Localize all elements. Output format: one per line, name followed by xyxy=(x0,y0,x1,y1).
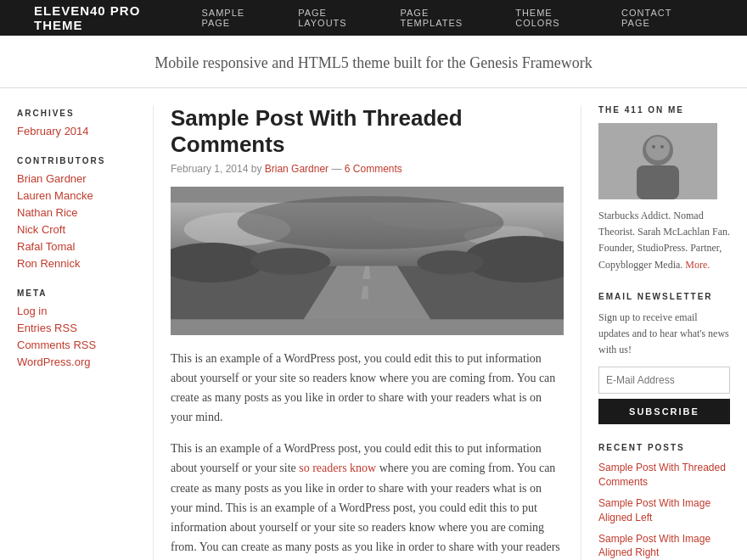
meta-entries-rss[interactable]: Entries RSS xyxy=(17,322,136,334)
nav-page-templates[interactable]: PAGE TEMPLATES xyxy=(388,8,503,28)
email-section: EMAIL NEWSLETTER Sign up to receive emai… xyxy=(598,292,730,425)
nav-contact-page[interactable]: CONTACT PAGE xyxy=(609,8,713,28)
post-meta: February 1, 2014 by Brian Gardner — 6 Co… xyxy=(171,163,564,175)
email-newsletter-title: EMAIL NEWSLETTER xyxy=(598,292,730,301)
main-content: Sample Post With Threaded Comments Febru… xyxy=(153,105,581,560)
nav-theme-colors[interactable]: THEME COLORS xyxy=(503,8,609,28)
contributor-nathan[interactable]: Nathan Rice xyxy=(17,206,136,219)
the411-section: THE 411 ON ME xyxy=(598,105,730,273)
inline-link[interactable]: so readers know xyxy=(299,462,376,474)
content-wrap: ARCHIVES February 2014 CONTRIBUTORS Bria… xyxy=(0,88,747,560)
svg-point-19 xyxy=(646,137,670,160)
recent-post-2[interactable]: Sample Post With Image Aligned Left xyxy=(598,496,730,525)
archive-link-feb2014[interactable]: February 2014 xyxy=(17,125,136,137)
nav-sample-page[interactable]: SAMPLE PAGE xyxy=(189,8,286,28)
archives-section: ARCHIVES February 2014 xyxy=(17,109,136,137)
archives-title: ARCHIVES xyxy=(17,109,136,118)
sidebar-left: ARCHIVES February 2014 CONTRIBUTORS Bria… xyxy=(17,105,153,560)
bio-more-link[interactable]: More. xyxy=(685,259,710,271)
nav-page-layouts[interactable]: PAGE LAYOUTS xyxy=(286,8,388,28)
contributor-nick[interactable]: Nick Croft xyxy=(17,223,136,236)
the411-title: THE 411 ON ME xyxy=(598,105,730,115)
sidebar-right: THE 411 ON ME xyxy=(581,105,730,560)
svg-point-14 xyxy=(417,250,483,274)
meta-section: META Log in Entries RSS Comments RSS Wor… xyxy=(17,288,136,368)
email-desc: Sign up to receive email updates and to … xyxy=(598,310,730,359)
main-nav: SAMPLE PAGE PAGE LAYOUTS PAGE TEMPLATES … xyxy=(189,8,713,28)
meta-comments-rss[interactable]: Comments RSS xyxy=(17,339,136,351)
contributor-brian[interactable]: Brian Gardner xyxy=(17,172,136,185)
avatar xyxy=(598,123,717,199)
svg-point-20 xyxy=(652,145,655,148)
post-image xyxy=(171,187,564,335)
site-tagline: Mobile responsive and HTML5 theme built … xyxy=(0,36,747,88)
post-meta-separator: — xyxy=(331,163,344,175)
meta-title: META xyxy=(17,288,136,298)
post-comments-link[interactable]: 6 Comments xyxy=(345,163,402,175)
post-paragraph-1: This is an example of a WordPress post, … xyxy=(171,349,564,427)
svg-rect-18 xyxy=(637,165,679,199)
post-text-after-link: where you are coming from. You can creat… xyxy=(171,462,560,560)
contributors-title: CONTRIBUTORS xyxy=(17,156,136,165)
post-date: February 1, 2014 by xyxy=(171,163,261,175)
bio-text: Starbucks Addict. Nomad Theorist. Sarah … xyxy=(598,208,730,273)
post-author-link[interactable]: Brian Gardner xyxy=(265,163,329,175)
meta-wordpress[interactable]: WordPress.org xyxy=(17,356,136,368)
svg-point-21 xyxy=(660,145,664,148)
contributor-ron[interactable]: Ron Rennick xyxy=(17,257,136,270)
recent-post-3[interactable]: Sample Post With Image Aligned Right xyxy=(598,532,730,561)
meta-login[interactable]: Log in xyxy=(17,305,136,317)
post-title: Sample Post With Threaded Comments xyxy=(171,105,564,158)
recent-post-1[interactable]: Sample Post With Threaded Comments xyxy=(598,461,730,490)
subscribe-button[interactable]: SUBSCRIBE xyxy=(598,399,730,424)
contributor-lauren[interactable]: Lauren Mancke xyxy=(17,189,136,202)
contributor-rafal[interactable]: Rafal Tomal xyxy=(17,240,136,253)
recent-posts-section: RECENT POSTS Sample Post With Threaded C… xyxy=(598,443,730,560)
email-input[interactable] xyxy=(598,367,730,394)
site-title[interactable]: ELEVEN40 PRO THEME xyxy=(34,3,189,32)
contributors-section: CONTRIBUTORS Brian Gardner Lauren Mancke… xyxy=(17,156,136,270)
post-paragraph-2: This is an example of a WordPress post, … xyxy=(171,439,564,560)
site-header: ELEVEN40 PRO THEME SAMPLE PAGE PAGE LAYO… xyxy=(0,0,747,36)
svg-point-12 xyxy=(250,248,330,274)
recent-posts-title: RECENT POSTS xyxy=(598,443,730,452)
svg-point-4 xyxy=(237,196,503,249)
